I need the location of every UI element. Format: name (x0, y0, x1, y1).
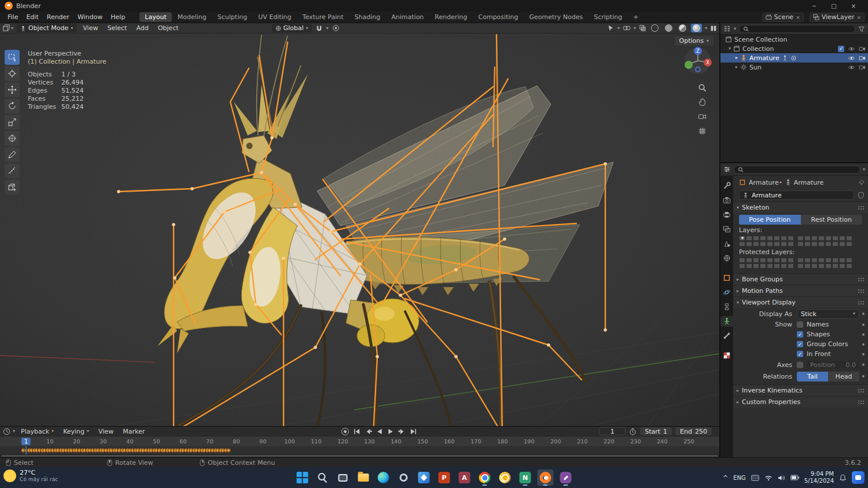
rest-position-button[interactable]: Rest Position (801, 215, 863, 225)
layer-cell[interactable] (797, 241, 804, 247)
tab-scene[interactable] (720, 239, 733, 249)
tab-texture[interactable] (720, 350, 733, 361)
disable-render-camera-icon[interactable] (859, 65, 866, 70)
timeline-editor-icon[interactable] (3, 428, 10, 435)
xray-toggle-icon[interactable] (639, 24, 646, 32)
layer-cell[interactable] (846, 263, 852, 269)
settings-icon[interactable] (396, 469, 412, 486)
axes-checkbox[interactable]: ✓ (797, 362, 803, 368)
panel-viewport-display[interactable]: ▾ Viewport Display (733, 296, 868, 308)
minimize-button[interactable]: ─ (804, 0, 824, 12)
language-indicator[interactable]: ENG (733, 475, 746, 481)
panel-custom-properties[interactable]: ▸ Custom Properties (733, 396, 868, 408)
group-colors-checkbox[interactable]: ✓ (797, 341, 803, 347)
viewport-menu-view[interactable]: View (80, 24, 101, 32)
layer-cell[interactable] (797, 263, 804, 269)
overlays-icon[interactable] (623, 24, 631, 32)
layer-cell[interactable] (760, 263, 766, 269)
viewport-menu-add[interactable]: Add (133, 24, 151, 32)
panel-drag-icon[interactable] (858, 400, 865, 405)
workspace-tab-rendering[interactable]: Rendering (429, 12, 472, 22)
navigation-gizmo[interactable]: Z X (685, 47, 711, 74)
layer-cell[interactable] (774, 258, 780, 263)
access-icon[interactable]: A (457, 469, 473, 486)
layer-cell[interactable] (746, 236, 752, 241)
pan-hand-icon[interactable] (698, 98, 707, 107)
annotate-tool[interactable] (5, 147, 20, 162)
hide-eye-icon[interactable] (848, 46, 855, 52)
transform-orientation-selector[interactable]: Global ▾ (272, 24, 312, 32)
jump-to-start-button[interactable] (353, 428, 361, 435)
panel-inverse-kinematics[interactable]: ▸ Inverse Kinematics (733, 384, 868, 396)
viewport-canvas[interactable] (0, 34, 719, 426)
search-icon[interactable] (315, 469, 331, 486)
viewlayer-selector[interactable]: ViewLayer × (810, 13, 865, 22)
editor-type-button[interactable]: ▾ (2, 24, 13, 32)
gizmo-neg-z-axis[interactable] (695, 67, 701, 72)
filter-chevron-icon[interactable]: ▾ (863, 167, 865, 172)
gizmo-x-axis[interactable]: X (704, 58, 712, 67)
wifi-icon[interactable] (764, 475, 773, 481)
outliner-item-scene-collection[interactable]: Scene Collection (720, 35, 868, 44)
layer-cell[interactable] (811, 263, 818, 269)
play-reverse-button[interactable] (376, 428, 383, 435)
viewport-menu-select[interactable]: Select (104, 24, 130, 32)
viber-icon[interactable] (558, 469, 574, 486)
measure-tool[interactable] (5, 163, 20, 178)
workspace-tab-modeling[interactable]: Modeling (172, 12, 212, 22)
pose-position-button[interactable]: Pose Position (739, 215, 801, 225)
panel-motion-paths[interactable]: ▸ Motion Paths (733, 285, 868, 296)
panel-drag-icon[interactable] (858, 300, 865, 305)
layer-cell[interactable] (788, 263, 794, 269)
chevron-down-icon[interactable]: ▾ (734, 27, 736, 31)
breadcrumb-data[interactable]: Armature (794, 179, 824, 186)
snap-magnet-icon[interactable] (315, 24, 323, 32)
transform-tool[interactable] (5, 131, 20, 146)
panel-drag-icon[interactable] (858, 289, 865, 293)
layer-cell[interactable] (781, 258, 787, 263)
workspace-tab-geometry-nodes[interactable]: Geometry Nodes (524, 12, 588, 22)
snap-options-chevron-icon[interactable]: ▾ (326, 26, 329, 31)
layer-cell[interactable] (804, 241, 811, 247)
gizmo-z-axis[interactable]: Z (694, 47, 702, 55)
cursor-tool[interactable] (5, 66, 20, 81)
shield-icon[interactable] (858, 192, 865, 199)
menu-window[interactable]: Window (73, 13, 106, 21)
animate-decorator[interactable] (862, 343, 865, 346)
layer-cell[interactable] (846, 241, 852, 247)
animate-decorator[interactable] (862, 353, 865, 355)
filter-icon[interactable] (858, 25, 865, 32)
layer-cell[interactable] (774, 236, 780, 241)
menu-help[interactable]: Help (106, 13, 129, 21)
layer-cell[interactable] (839, 241, 845, 247)
protected-layer-grid[interactable] (739, 258, 794, 269)
tail-button[interactable]: Tail (797, 372, 828, 381)
tab-view-layer[interactable] (720, 224, 733, 234)
layer-cell[interactable] (818, 236, 825, 241)
proportional-editing-icon[interactable] (332, 24, 340, 32)
animate-decorator[interactable] (862, 375, 865, 377)
mode-selector[interactable]: Object Mode ▾ (17, 24, 76, 32)
workspace-tab-layout[interactable]: Layout (139, 12, 171, 22)
tab-constraints[interactable] (720, 302, 733, 312)
expand-icon[interactable]: ▸ (735, 65, 738, 69)
keying-menu[interactable]: Keying▾ (60, 428, 93, 435)
hidden-icons-chevron[interactable]: ^ (723, 474, 728, 482)
properties-search-input[interactable] (734, 166, 860, 174)
layer-cell[interactable] (753, 263, 759, 269)
workspace-tab-uv-editing[interactable]: UV Editing (253, 12, 296, 22)
layer-cell[interactable] (839, 263, 845, 269)
outliner-search-input[interactable] (739, 25, 855, 33)
browser2-icon[interactable] (497, 469, 513, 486)
outliner-item-collection[interactable]: ▾ Collection ✓ (720, 44, 868, 53)
layer-cell[interactable] (804, 236, 811, 241)
keyboard-icon[interactable] (751, 475, 759, 481)
jump-to-end-button[interactable] (410, 428, 417, 435)
tab-physics[interactable] (720, 287, 733, 298)
collection-checkbox[interactable]: ✓ (838, 46, 844, 52)
viewport-split-icon[interactable] (710, 25, 717, 32)
overlay-options-chevron-icon[interactable]: ▾ (634, 26, 636, 31)
play-button[interactable] (387, 428, 394, 435)
disable-render-camera-icon[interactable] (859, 46, 866, 52)
rotate-tool[interactable] (5, 98, 20, 113)
